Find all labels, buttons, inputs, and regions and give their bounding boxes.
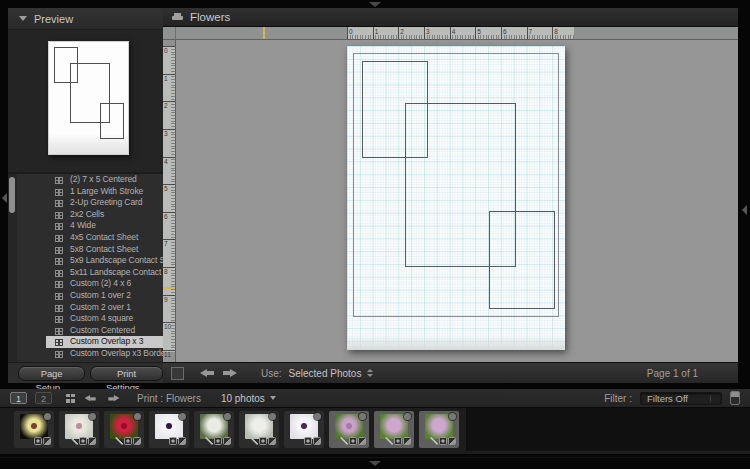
- template-page-icon: [55, 328, 63, 335]
- quick-collection-badge-icon[interactable]: [134, 413, 141, 420]
- use-selector-value[interactable]: Selected Photos: [289, 368, 362, 379]
- print-settings-button[interactable]: Print Settings...: [90, 366, 163, 381]
- crop-badge-icon[interactable]: [439, 437, 447, 445]
- adjustment-brush-badge-icon[interactable]: [340, 437, 348, 445]
- template-item[interactable]: Custom Overlap x 3: [46, 336, 163, 348]
- preview-panel-title: Preview: [34, 13, 73, 25]
- crop-badge-icon[interactable]: [79, 437, 87, 445]
- filmstrip-thumb-white-petals[interactable]: [239, 411, 279, 448]
- preview-page-thumbnail: [48, 41, 129, 155]
- template-page-icon: [55, 339, 63, 346]
- main-window-button[interactable]: 1: [10, 392, 27, 404]
- adjustment-brush-badge-icon[interactable]: [205, 437, 213, 445]
- develop-badge-icon[interactable]: [88, 437, 96, 445]
- adjustment-brush-badge-icon[interactable]: [430, 437, 438, 445]
- filmstrip-thumb-pink-bud-2[interactable]: [374, 411, 414, 448]
- layout-cell-3[interactable]: [100, 103, 124, 139]
- crop-badge-icon[interactable]: [34, 437, 42, 445]
- template-item[interactable]: Custom 2 over 1: [46, 302, 163, 314]
- ruler-corner: [163, 27, 176, 40]
- filter-dropdown[interactable]: Filters Off: [640, 392, 722, 405]
- template-label: 1 Large With Stroke: [70, 186, 143, 196]
- develop-badge-icon[interactable]: [178, 437, 186, 445]
- left-panel-collapse-icon[interactable]: [2, 193, 7, 203]
- quick-collection-badge-icon[interactable]: [44, 413, 51, 420]
- adjustment-brush-badge-icon[interactable]: [115, 437, 123, 445]
- template-item[interactable]: 5x9 Landscape Contact Sheet: [46, 255, 163, 267]
- filmstrip-thumb-white-on-green[interactable]: [194, 411, 234, 448]
- template-item[interactable]: Custom (2) 4 x 6: [46, 278, 163, 290]
- preview-panel-header[interactable]: Preview: [8, 8, 163, 30]
- template-item[interactable]: 4 Wide: [46, 220, 163, 232]
- filmstrip-collapse-icon[interactable]: [369, 461, 381, 466]
- quick-collection-badge-icon[interactable]: [89, 413, 96, 420]
- flower-center: [31, 423, 37, 429]
- template-list: (2) 7 x 5 Centered1 Large With Stroke2-U…: [8, 174, 163, 360]
- use-selector-carets-icon[interactable]: [367, 369, 373, 377]
- next-page-arrow-icon[interactable]: [222, 369, 237, 378]
- filmstrip-thumb-red-fuchsia[interactable]: [104, 411, 144, 448]
- template-item[interactable]: 5x11 Landscape Contact S...: [46, 267, 163, 279]
- photos-count-dropdown[interactable]: 10 photos: [221, 393, 276, 404]
- crop-badge-icon[interactable]: [304, 437, 312, 445]
- filmstrip-thumb-pink-bud-1[interactable]: [329, 411, 369, 448]
- quick-collection-badge-icon[interactable]: [314, 413, 321, 420]
- crop-badge-icon[interactable]: [259, 437, 267, 445]
- template-item[interactable]: 2-Up Greeting Card: [46, 197, 163, 209]
- thumbnail-badges: [340, 437, 366, 445]
- template-item[interactable]: Custom Overlap x3 Border: [46, 348, 163, 360]
- template-item[interactable]: 1 Large With Stroke: [46, 186, 163, 198]
- crop-badge-icon[interactable]: [214, 437, 222, 445]
- crop-badge-icon[interactable]: [169, 437, 177, 445]
- adjustment-brush-badge-icon[interactable]: [385, 437, 393, 445]
- quick-collection-badge-icon[interactable]: [404, 413, 411, 420]
- adjustment-brush-badge-icon[interactable]: [250, 437, 258, 445]
- template-item[interactable]: Custom Centered: [46, 325, 163, 337]
- filmstrip-back-arrow-icon[interactable]: [85, 394, 97, 401]
- develop-badge-icon[interactable]: [133, 437, 141, 445]
- layout-cell-3[interactable]: [489, 211, 555, 309]
- quick-collection-badge-icon[interactable]: [359, 413, 366, 420]
- quick-collection-badge-icon[interactable]: [449, 413, 456, 420]
- template-item[interactable]: 2x2 Cells: [46, 209, 163, 221]
- template-label: 2-Up Greeting Card: [70, 197, 142, 207]
- quick-collection-badge-icon[interactable]: [224, 413, 231, 420]
- develop-badge-icon[interactable]: [358, 437, 366, 445]
- filmstrip-thumbnails: [0, 408, 750, 457]
- develop-badge-icon[interactable]: [313, 437, 321, 445]
- quick-collection-badge-icon[interactable]: [269, 413, 276, 420]
- template-item[interactable]: Custom 1 over 2: [46, 290, 163, 302]
- filmstrip-forward-arrow-icon[interactable]: [108, 394, 120, 401]
- filmstrip-thumb-white-dark-center[interactable]: [284, 411, 324, 448]
- grid-view-icon[interactable]: [66, 394, 75, 403]
- adjustment-brush-badge-icon[interactable]: [70, 437, 78, 445]
- right-panel-expand-icon[interactable]: [742, 205, 747, 215]
- filmstrip-thumb-pale-pink-flower[interactable]: [59, 411, 99, 448]
- template-page-icon: [55, 223, 63, 230]
- template-item[interactable]: 5x8 Contact Sheet: [46, 244, 163, 256]
- develop-badge-icon[interactable]: [448, 437, 456, 445]
- develop-badge-icon[interactable]: [268, 437, 276, 445]
- crop-badge-icon[interactable]: [349, 437, 357, 445]
- view-mode-icon[interactable]: [171, 367, 184, 380]
- template-item[interactable]: Custom 4 square: [46, 313, 163, 325]
- filter-switch-icon[interactable]: [730, 391, 740, 405]
- top-panel-collapse-icon[interactable]: [369, 2, 381, 7]
- crop-badge-icon[interactable]: [394, 437, 402, 445]
- quick-collection-badge-icon[interactable]: [179, 413, 186, 420]
- develop-badge-icon[interactable]: [403, 437, 411, 445]
- template-item[interactable]: 4x5 Contact Sheet: [46, 232, 163, 244]
- template-label: 5x11 Landscape Contact S...: [70, 267, 163, 277]
- develop-badge-icon[interactable]: [43, 437, 51, 445]
- previous-page-arrow-icon[interactable]: [200, 369, 215, 378]
- document-title: Flowers: [190, 11, 230, 23]
- filmstrip-thumb-yellow-daisy[interactable]: [14, 411, 54, 448]
- filmstrip-thumb-pink-bud-3[interactable]: [419, 411, 459, 448]
- template-item[interactable]: (2) 7 x 5 Centered: [46, 174, 163, 186]
- filmstrip-thumb-white-purple-center[interactable]: [149, 411, 189, 448]
- template-label: 4 Wide: [70, 220, 96, 230]
- crop-badge-icon[interactable]: [124, 437, 132, 445]
- second-window-button[interactable]: 2: [35, 392, 52, 404]
- develop-badge-icon[interactable]: [223, 437, 231, 445]
- page-setup-button[interactable]: Page Setup...: [18, 366, 85, 381]
